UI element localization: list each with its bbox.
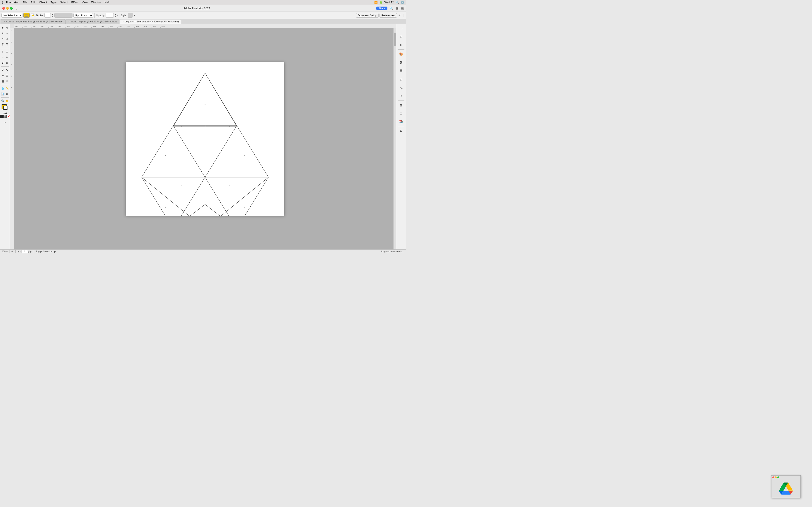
ellipse-tool[interactable]: ○ xyxy=(1,55,5,60)
symbol-sprayer-tool[interactable]: ⊙ xyxy=(5,91,9,97)
preferences-button[interactable]: Preferences xyxy=(379,13,397,18)
tab-0[interactable]: ✕ Course Image Idea-5.ai @ 46.86 % (RGB/… xyxy=(1,19,65,24)
panel-toggle-icon[interactable]: ⋮ xyxy=(402,13,405,17)
selection-tool[interactable]: ▶ xyxy=(1,25,5,30)
none-mode[interactable] xyxy=(7,115,10,118)
artboards-panel-btn[interactable]: ◻ xyxy=(398,110,405,117)
swatches-panel-btn[interactable]: ▩ xyxy=(398,59,405,66)
magic-wand-tool[interactable]: ✦ xyxy=(1,31,5,36)
direct-selection-tool[interactable]: ◈ xyxy=(5,25,9,30)
stroke-down-arrow[interactable]: ▼ xyxy=(51,15,53,18)
measure-tool[interactable]: 📏 xyxy=(5,86,9,91)
gradient-panel-btn[interactable]: ▤ xyxy=(398,67,405,74)
style-dropdown-arrow[interactable]: ▼ xyxy=(134,14,136,16)
canvas-white[interactable] xyxy=(14,28,396,249)
layers-panel-btn[interactable]: ⊞ xyxy=(398,102,405,109)
opacity-arrows[interactable]: ▲ ▼ xyxy=(114,13,116,18)
scale-tool[interactable]: ⤡ xyxy=(5,67,9,73)
align-panel-btn[interactable]: ⊟ xyxy=(398,33,405,40)
fx-panel-btn[interactable]: ✦ xyxy=(398,92,405,100)
shape-builder-tool[interactable]: ⊞ xyxy=(5,73,9,78)
maximize-button[interactable] xyxy=(10,7,13,10)
share-button[interactable]: Share xyxy=(376,7,388,10)
gradient-tool[interactable]: ▦ xyxy=(1,78,5,84)
type-tool[interactable]: T xyxy=(1,42,5,47)
pathfinder-panel-btn[interactable]: ⊕ xyxy=(398,41,405,48)
curvature-tool[interactable]: ⌀ xyxy=(5,36,9,42)
scrollbar-thumb[interactable] xyxy=(394,33,396,46)
color-panel-btn[interactable]: 🎨 xyxy=(398,51,405,58)
search-icon[interactable]: 🔍 xyxy=(396,1,399,4)
graph-tool[interactable]: 📊 xyxy=(1,91,5,97)
menu-file[interactable]: File xyxy=(21,1,28,4)
home-icon[interactable]: ⌂ xyxy=(15,7,17,10)
scrollbar-vertical[interactable] xyxy=(393,28,396,249)
tab-1-close-icon[interactable]: ✕ xyxy=(68,20,70,23)
stroke-value-input[interactable] xyxy=(44,13,51,18)
zoom-tool[interactable]: 🔍 xyxy=(1,98,5,104)
menu-help[interactable]: Help xyxy=(103,1,112,4)
grid-view-icon[interactable]: ⊞ xyxy=(396,7,399,10)
eyedropper-tool[interactable]: 💧 xyxy=(1,86,5,91)
pencil-tool[interactable]: ✏ xyxy=(5,55,9,60)
menu-select[interactable]: Select xyxy=(59,1,69,4)
solid-color-mode[interactable] xyxy=(0,115,3,118)
menu-edit[interactable]: Edit xyxy=(30,1,37,4)
tab-1[interactable]: ✕ World map.ai* @ 65.93 % (RGB/Preview) xyxy=(65,19,119,24)
app-name[interactable]: Illustrator xyxy=(5,1,20,4)
tab-2[interactable]: ✕ Logos 4 – Exercise.ai* @ 400 % (CMYK/O… xyxy=(120,19,181,24)
opacity-expand-icon[interactable]: › xyxy=(117,14,118,17)
opacity-down-arrow[interactable]: ▼ xyxy=(114,15,116,18)
fill-color-box[interactable] xyxy=(23,13,30,18)
next-page-btn2[interactable]: ▶ xyxy=(30,250,32,253)
document-setup-button[interactable]: Document Setup xyxy=(356,13,378,18)
transform-panel-btn[interactable]: ⬚ xyxy=(398,25,405,32)
opacity-up-arrow[interactable]: ▲ xyxy=(114,13,116,15)
hand-tool[interactable]: ✋ xyxy=(5,98,9,104)
next-page-btn[interactable]: ▷ xyxy=(28,250,30,253)
vertical-type-tool[interactable]: T̶ xyxy=(5,42,9,47)
warp-tool[interactable]: ≋ xyxy=(1,73,5,78)
arrange-icon[interactable]: ⤢ xyxy=(398,13,401,17)
rotation-value[interactable]: 0° xyxy=(11,250,14,253)
swap-colors-icon[interactable]: ⇄ xyxy=(5,112,7,115)
close-button[interactable] xyxy=(2,7,5,10)
selection-dropdown[interactable]: No Selection xyxy=(1,13,22,18)
tab-2-close-icon[interactable]: ✕ xyxy=(122,20,124,23)
stroke-arrows[interactable]: ▲ ▼ xyxy=(51,13,53,18)
menu-type[interactable]: Type xyxy=(49,1,58,4)
stroke-color-strip[interactable] xyxy=(54,13,72,18)
rect-tool[interactable]: □ xyxy=(5,49,9,54)
line-tool[interactable]: / xyxy=(1,49,5,54)
stroke-color-indicator[interactable] xyxy=(31,13,35,18)
stroke-swatch[interactable] xyxy=(3,106,7,110)
minimize-button[interactable] xyxy=(6,7,9,10)
menu-view[interactable]: View xyxy=(81,1,89,4)
control-center-icon[interactable]: ⚙️ xyxy=(401,1,404,4)
libraries-panel-btn[interactable]: 📚 xyxy=(398,118,405,125)
gradient-mode[interactable] xyxy=(3,115,7,118)
stroke-panel-btn[interactable]: ⊟ xyxy=(398,76,405,83)
toggle-selection-label[interactable]: Toggle Selection xyxy=(36,250,52,253)
apple-menu[interactable]:  xyxy=(2,1,3,4)
more-tools-button[interactable]: ··· xyxy=(1,119,9,125)
lasso-tool[interactable]: ⌖ xyxy=(5,31,9,36)
panel-icon[interactable]: ▤ xyxy=(401,7,404,10)
color-swatches[interactable] xyxy=(2,104,8,111)
rotate-tool[interactable]: ↺ xyxy=(1,67,5,73)
menu-window[interactable]: Window xyxy=(90,1,102,4)
stroke-style-dropdown[interactable]: 5 pt. Round xyxy=(73,13,93,18)
style-swatch[interactable] xyxy=(128,13,133,18)
blob-brush-tool[interactable]: ⊕ xyxy=(5,60,9,66)
appearance-panel-btn[interactable]: ◎ xyxy=(398,84,405,92)
zoom-value[interactable]: 400% xyxy=(2,250,8,253)
properties-panel-btn[interactable]: ⚙ xyxy=(398,127,405,134)
tab-0-close-icon[interactable]: ✕ xyxy=(3,20,5,23)
mesh-tool[interactable]: ⊛ xyxy=(5,78,9,84)
paintbrush-tool[interactable]: 🖌 xyxy=(1,60,5,66)
stroke-up-arrow[interactable]: ▲ xyxy=(51,13,53,15)
zoom-icon[interactable]: 🔍 xyxy=(390,7,394,10)
menu-effect[interactable]: Effect xyxy=(70,1,80,4)
toggle-arrow[interactable]: ▶ xyxy=(54,250,56,253)
prev-page-btn[interactable]: ◀ xyxy=(17,250,19,253)
